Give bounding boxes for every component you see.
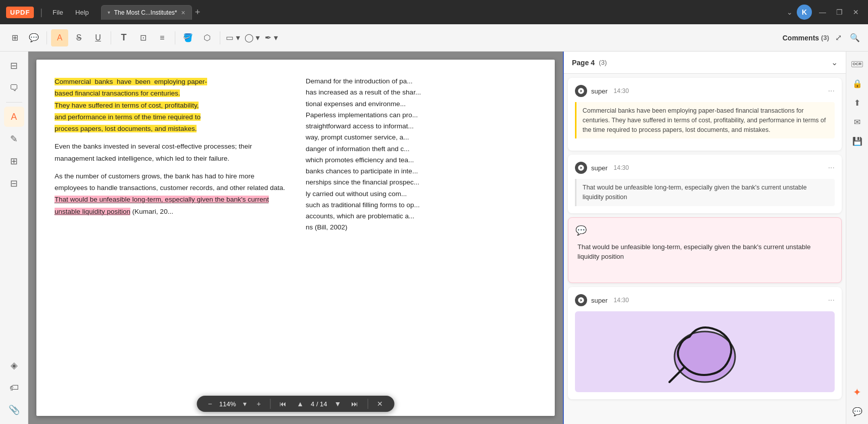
comment-card-3: super 14:30 ··· xyxy=(568,287,842,399)
close-btn[interactable]: ✕ xyxy=(850,8,862,16)
toolbar-sep-3 xyxy=(175,31,175,44)
comment-header-2: super 14:30 ··· xyxy=(575,162,835,174)
zoom-plus-btn[interactable]: + xyxy=(254,399,264,409)
stamp-tool[interactable]: ⬡ xyxy=(199,29,216,46)
sidebar-icon-forms[interactable]: ⊞ xyxy=(4,151,24,171)
last-page-btn[interactable]: ⏭ xyxy=(348,399,361,409)
sidebar-icon-bookmark[interactable]: 🏷 xyxy=(4,378,24,398)
comments-list: super 14:30 ··· Commercial banks have be… xyxy=(564,74,846,424)
comment-reply-text-2: That would be unfeasible long-term, espe… xyxy=(575,179,835,206)
zoom-dropdown-btn[interactable]: ▾ xyxy=(240,399,250,409)
normal-text-2: As the number of customers grows, the ba… xyxy=(55,172,285,192)
first-page-btn[interactable]: ⏮ xyxy=(276,399,290,409)
main-area: ⊟ 🗨 A ✎ ⊞ ⊟ ◈ 🏷 📎 Commercial banks have … xyxy=(0,52,868,424)
comment-avatar-2 xyxy=(575,162,587,174)
right-icon-chat[interactable]: 💬 xyxy=(849,403,866,420)
comment-time-2: 14:30 xyxy=(614,164,629,171)
tab-add-btn[interactable]: + xyxy=(195,7,201,18)
active-tab[interactable]: ▾ The Most C...Institutes* × xyxy=(101,5,192,20)
menu-file[interactable]: File xyxy=(49,7,67,18)
comment-card-1: super 14:30 ··· Commercial banks have be… xyxy=(568,78,842,151)
pdf-left-col: Commercial banks have been employing pap… xyxy=(55,76,285,233)
pdf-para-1: Commercial banks have been employing pap… xyxy=(55,76,285,134)
comment-user-1: super xyxy=(591,87,608,95)
toolbar-sep-4 xyxy=(220,31,220,44)
right-icon-export[interactable]: ⬆ xyxy=(849,94,866,111)
comment-quote-1: Commercial banks have been employing pap… xyxy=(575,102,835,138)
zoom-minus-btn[interactable]: − xyxy=(205,399,215,409)
comment-menu-3[interactable]: ··· xyxy=(828,296,835,305)
right-icon-share[interactable]: ✉ xyxy=(849,113,866,130)
search-icon[interactable]: 🔍 xyxy=(848,31,862,44)
comments-expand-btn[interactable]: ⌄ xyxy=(831,58,838,67)
nav-close-btn[interactable]: ✕ xyxy=(374,399,386,409)
sidebar-icon-comment[interactable]: 🗨 xyxy=(4,78,24,98)
next-page-btn[interactable]: ▼ xyxy=(331,399,345,409)
sidebar-icon-organize[interactable]: ⊟ xyxy=(4,173,24,194)
toolbar-sep-2 xyxy=(111,31,111,44)
right-icon-ocr[interactable]: OCR xyxy=(849,56,866,73)
sidebar-icon-edit[interactable]: ✎ xyxy=(4,129,24,149)
rect-tool[interactable]: ▭ ▾ xyxy=(224,29,242,46)
comments-header: Page 4 (3) ⌄ xyxy=(564,52,846,74)
titlebar: UPDF | File Help ▾ The Most C...Institut… xyxy=(0,0,868,24)
toolbar-sep-1 xyxy=(46,31,47,44)
pen-tool[interactable]: ✒ ▾ xyxy=(263,29,280,46)
comment-avatar-3 xyxy=(575,294,587,306)
right-icon-save[interactable]: 💾 xyxy=(849,132,866,150)
eraser-tool[interactable]: 🪣 xyxy=(179,29,197,46)
comment-drawing-3 xyxy=(575,311,835,392)
highlight-tool[interactable]: A xyxy=(51,29,68,46)
pdf-nav: − 114% ▾ + ⏮ ▲ 4 / 14 ▼ ⏭ ✕ xyxy=(197,396,395,412)
menu-help[interactable]: Help xyxy=(71,7,93,18)
comment-header-1: super 14:30 ··· xyxy=(575,85,835,97)
normal-text-3: (Kumari, 20... xyxy=(130,208,173,215)
normal-text-1: Even the banks invested in several cost-… xyxy=(55,143,252,162)
pdf-area: Commercial banks have been employing pap… xyxy=(28,52,563,424)
ocr-badge: OCR xyxy=(851,61,863,67)
comment-menu-2[interactable]: ··· xyxy=(828,163,835,172)
prev-page-btn[interactable]: ▲ xyxy=(294,399,307,409)
comment-edit-textarea[interactable] xyxy=(575,240,834,274)
right-icon-protect[interactable]: 🔒 xyxy=(849,75,866,92)
zoom-value: 114% xyxy=(219,400,236,408)
comment-card-2: super 14:30 ··· That would be unfeasible… xyxy=(568,155,842,213)
toolbar-right: Comments (3) ⤢ 🔍 xyxy=(783,31,862,44)
comments-count: (3) xyxy=(821,34,829,41)
sidebar-icon-pages[interactable]: ⊟ xyxy=(4,56,24,76)
list-tool[interactable]: ≡ xyxy=(154,29,171,46)
comment-header-3: super 14:30 ··· xyxy=(575,294,835,306)
tab-title: The Most C...Institutes* xyxy=(114,9,177,16)
sidebar-icon-attach[interactable]: 📎 xyxy=(4,400,24,420)
text-tool[interactable]: T xyxy=(115,29,132,46)
comment-menu-1[interactable]: ··· xyxy=(828,86,835,96)
app-logo: UPDF xyxy=(6,7,34,18)
maximize-btn[interactable]: ❐ xyxy=(833,8,846,16)
titlebar-right: ⌄ K — ❐ ✕ xyxy=(787,5,862,20)
comments-label: Comments (3) xyxy=(783,34,829,42)
comment-tool[interactable]: 💬 xyxy=(25,29,42,46)
pdf-para-3: As the number of customers grows, the ba… xyxy=(55,170,285,217)
comments-total-count: (3) xyxy=(599,59,607,66)
avatar[interactable]: K xyxy=(797,5,812,20)
sidebar-icon-highlight[interactable]: A xyxy=(4,107,24,127)
comment-time-1: 14:30 xyxy=(614,87,629,95)
right-icon-ai[interactable]: ✦ xyxy=(849,384,866,401)
chevron-down-icon[interactable]: ⌄ xyxy=(787,8,793,16)
sidebar-icon-layers[interactable]: ◈ xyxy=(4,355,24,375)
pdf-right-col: Demand for the introduction of pa... has… xyxy=(306,76,537,233)
textbox-tool[interactable]: ⊡ xyxy=(134,29,152,46)
comment-time-3: 14:30 xyxy=(614,297,629,304)
circle-tool[interactable]: ◯ ▾ xyxy=(244,29,261,46)
strikethrough-tool[interactable]: S xyxy=(70,29,87,46)
tab-area: ▾ The Most C...Institutes* × + xyxy=(101,5,783,20)
pdf-right-text: Demand for the introduction of pa... has… xyxy=(306,76,537,233)
expand-icon[interactable]: ⤢ xyxy=(833,31,844,44)
minimize-btn[interactable]: — xyxy=(816,8,829,16)
tab-close-btn[interactable]: × xyxy=(181,9,185,17)
comments-panel: Page 4 (3) ⌄ super 14:30 ··· Commercial … xyxy=(563,52,846,424)
thumbnail-tool[interactable]: ⊞ xyxy=(6,29,23,46)
edit-icon: 💬 xyxy=(575,225,834,236)
page-indicator: 4 / 14 xyxy=(311,400,327,408)
underline-tool[interactable]: U xyxy=(89,29,107,46)
